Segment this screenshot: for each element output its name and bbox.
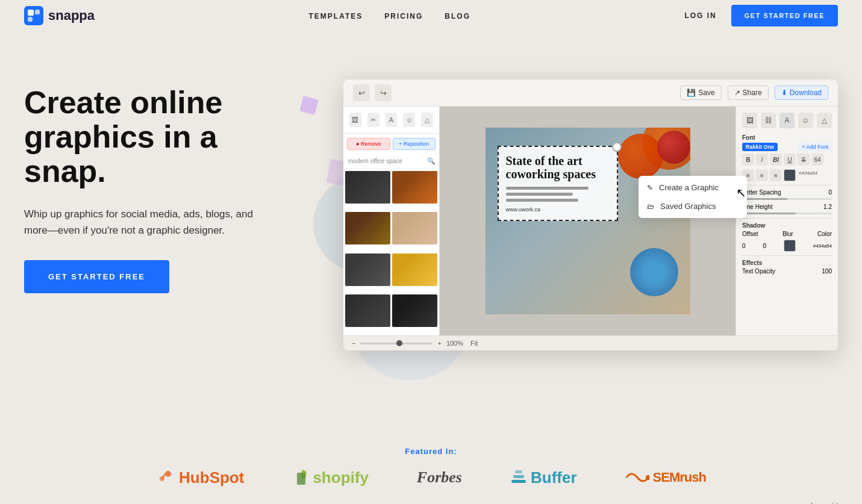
blur-value: 0 xyxy=(763,243,766,249)
save-button[interactable]: 💾 Save xyxy=(680,86,721,100)
rp-shadow-label: Shadow xyxy=(742,222,832,229)
dropdown-create-graphic[interactable]: ✎ Create a Graphic xyxy=(639,178,747,197)
svg-rect-3 xyxy=(28,17,33,22)
hero-title: Create online graphics in a snap. xyxy=(24,86,277,189)
color-hex: #434a54 xyxy=(798,169,819,181)
rp-line-height-row: Line Height 1.2 xyxy=(742,204,832,210)
align-right-button[interactable]: ≡ xyxy=(770,169,782,181)
rp-link-icon[interactable]: ⛓ xyxy=(761,113,776,128)
canvas-line xyxy=(506,187,589,190)
rp-emoji-icon[interactable]: ☺ xyxy=(798,113,813,128)
logo-text: snappa xyxy=(48,8,95,23)
create-graphic-icon: ✎ xyxy=(647,184,653,192)
forbes-logo: Forbes xyxy=(417,468,462,487)
letter-spacing-value: 0 xyxy=(828,189,832,196)
logo[interactable]: snappa xyxy=(24,6,95,25)
underline-button[interactable]: U xyxy=(784,154,796,166)
share-button[interactable]: ↗ Share xyxy=(728,86,769,100)
rp-text-icon[interactable]: A xyxy=(779,113,795,128)
image-item[interactable] xyxy=(345,212,390,244)
editor-toolbar: ↩ ↪ 💾 Save ↗ Share ⬇ Download xyxy=(343,79,838,107)
dropdown-saved-graphics[interactable]: 🗁 Saved Graphics xyxy=(639,197,747,216)
font-select[interactable]: Rakkit One xyxy=(742,143,778,151)
rp-shadow-labels: Offset Blur Color xyxy=(742,231,832,237)
offset-label: Offset xyxy=(742,231,758,237)
image-item[interactable] xyxy=(345,171,390,204)
answerlib-label: AnswerLib.com xyxy=(0,499,862,504)
search-icon[interactable]: 🔍 xyxy=(427,157,436,165)
save-icon: 💾 xyxy=(687,89,696,97)
svg-rect-2 xyxy=(35,10,40,14)
reposition-button[interactable]: + Reposition xyxy=(393,138,436,150)
canvas-circle-blue xyxy=(630,248,678,296)
rp-divider xyxy=(742,185,832,185)
svg-rect-8 xyxy=(511,480,526,483)
featured-section: Featured In: HubSpot shopify Forbes xyxy=(0,429,862,499)
hubspot-icon xyxy=(156,468,175,487)
text-color-swatch[interactable] xyxy=(784,169,796,181)
download-button[interactable]: ⬇ Download xyxy=(775,86,828,100)
hubspot-logo: HubSpot xyxy=(156,468,244,487)
featured-label: Featured In: xyxy=(24,447,838,456)
italic-button[interactable]: I xyxy=(756,154,768,166)
image-item[interactable] xyxy=(392,294,437,327)
line-height-slider[interactable] xyxy=(742,213,832,214)
svg-rect-1 xyxy=(28,10,34,16)
letter-spacing-slider[interactable] xyxy=(742,198,832,200)
rp-shape-icon[interactable]: △ xyxy=(817,113,832,128)
crop-icon[interactable]: ✂ xyxy=(367,113,379,127)
bold-italic-button[interactable]: BI xyxy=(770,154,782,166)
emoji-tab-icon[interactable]: ☺ xyxy=(403,113,415,127)
font-size-field[interactable]: 64 xyxy=(811,154,823,166)
hero-cta-button[interactable]: GET STARTED FREE xyxy=(24,260,169,293)
nav-cta-button[interactable]: GET STARTED FREE xyxy=(731,5,838,26)
blur-label: Blur xyxy=(782,231,793,237)
shadow-color-swatch[interactable] xyxy=(784,240,796,252)
nav-login[interactable]: LOG IN xyxy=(684,11,716,20)
strikethrough-button[interactable]: S xyxy=(798,154,810,166)
image-tab-icon[interactable]: 🖼 xyxy=(349,113,361,127)
zoom-plus-icon[interactable]: + xyxy=(437,340,441,347)
canvas-circle-orange2 xyxy=(618,134,663,179)
shape-tab-icon[interactable]: △ xyxy=(421,113,433,127)
shopify-icon xyxy=(292,468,309,487)
redo-button[interactable]: ↪ xyxy=(375,84,392,101)
canvas-lines xyxy=(506,187,610,202)
undo-button[interactable]: ↩ xyxy=(353,84,370,101)
image-item[interactable] xyxy=(392,171,437,204)
image-item[interactable] xyxy=(392,254,437,286)
nav-pricing[interactable]: PRICING xyxy=(384,12,423,20)
remove-button[interactable]: ● Remove xyxy=(347,138,390,150)
align-center-button[interactable]: ≡ xyxy=(756,169,768,181)
cursor-pointer: ↖ xyxy=(736,185,746,200)
zoom-minus-icon[interactable]: − xyxy=(352,340,355,347)
image-item[interactable] xyxy=(392,212,437,244)
panel-actions: ● Remove + Reposition xyxy=(343,134,439,154)
nav-templates[interactable]: TEMPLATES xyxy=(309,12,363,20)
svg-rect-0 xyxy=(24,6,43,25)
text-tab-icon[interactable]: A xyxy=(386,113,398,127)
svg-point-4 xyxy=(165,471,171,477)
bold-button[interactable]: B xyxy=(742,154,754,166)
canvas-text-box[interactable]: State of the art coworking spaces www.uw… xyxy=(498,146,618,221)
resize-handle[interactable] xyxy=(612,142,622,152)
image-item[interactable] xyxy=(345,254,390,286)
image-item[interactable] xyxy=(345,294,390,327)
rp-divider-2 xyxy=(742,218,832,219)
deco-rect-1 xyxy=(299,96,319,115)
zoom-fit-button[interactable]: Fit xyxy=(470,340,478,347)
navbar: snappa TEMPLATES PRICING BLOG LOG IN GET… xyxy=(0,0,862,31)
rp-image-icon[interactable]: 🖼 xyxy=(742,113,757,128)
toolbar-left: ↩ ↪ xyxy=(353,84,392,101)
rp-text-opacity-row: Text Opacity 100 xyxy=(742,268,832,275)
download-icon: ⬇ xyxy=(781,89,787,97)
zoom-slider[interactable] xyxy=(360,343,433,344)
add-font-button[interactable]: + Add Font xyxy=(798,143,832,151)
canvas-circle-red xyxy=(657,131,690,164)
search-input[interactable] xyxy=(348,158,425,164)
canvas-card[interactable]: State of the art coworking spaces www.uw… xyxy=(486,128,690,314)
svg-rect-10 xyxy=(515,470,522,473)
nav-blog[interactable]: BLOG xyxy=(445,12,470,20)
featured-logos: HubSpot shopify Forbes Buffer S xyxy=(24,468,838,487)
search-bar: 🔍 xyxy=(343,154,439,169)
